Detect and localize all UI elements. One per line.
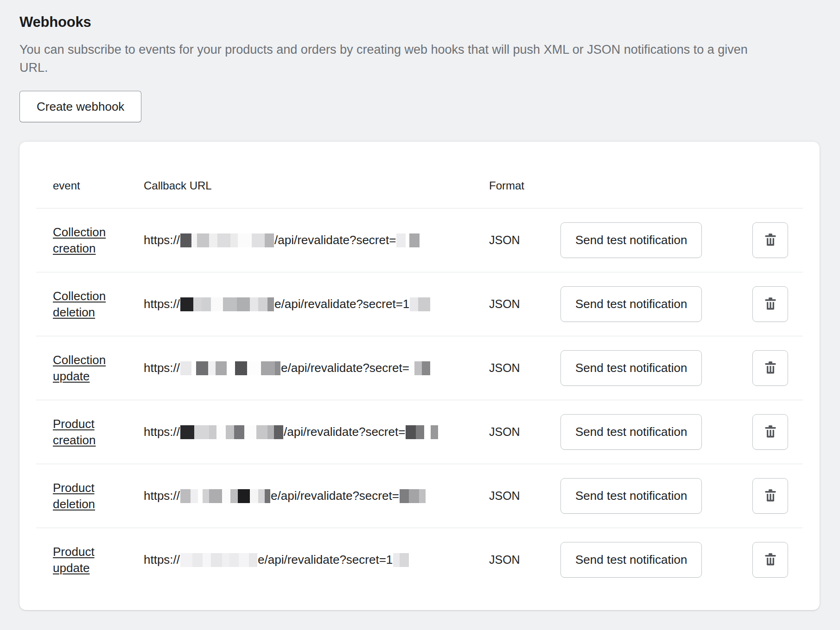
redacted-block bbox=[400, 489, 409, 503]
webhook-table-row: Collectioncreation https:///api/revalida… bbox=[36, 208, 803, 272]
send-test-cell: Send test notification bbox=[560, 414, 752, 450]
event-cell: Productdeletion bbox=[36, 480, 144, 512]
redacted-block bbox=[209, 489, 222, 503]
event-cell: Collectioncreation bbox=[36, 224, 144, 257]
delete-webhook-button[interactable] bbox=[752, 542, 788, 578]
trash-icon bbox=[763, 360, 778, 376]
create-webhook-button[interactable]: Create webhook bbox=[19, 91, 141, 122]
url-redaction-2 bbox=[410, 361, 430, 375]
redacted-block bbox=[406, 425, 416, 439]
redacted-block bbox=[414, 361, 422, 375]
callback-url-cell: https://e/api/revalidate?secret= bbox=[144, 361, 489, 375]
event-link-line2: creation bbox=[53, 241, 96, 255]
redacted-block bbox=[419, 489, 426, 503]
url-prefix: https:// bbox=[144, 297, 180, 311]
redacted-block bbox=[192, 553, 203, 567]
delete-cell bbox=[752, 414, 803, 450]
send-test-notification-button[interactable]: Send test notification bbox=[560, 478, 702, 514]
event-link[interactable]: Productdeletion bbox=[53, 480, 95, 512]
redacted-block bbox=[234, 425, 244, 439]
redacted-block bbox=[209, 233, 217, 247]
redacted-block bbox=[209, 425, 216, 439]
redacted-block bbox=[202, 297, 211, 311]
webhook-table-row: Collectionupdate https://e/api/revalidat… bbox=[36, 336, 803, 400]
format-cell: JSON bbox=[489, 361, 560, 375]
send-test-notification-button[interactable]: Send test notification bbox=[560, 414, 702, 450]
format-cell: JSON bbox=[489, 553, 560, 567]
url-redaction-1 bbox=[180, 489, 270, 503]
redacted-block bbox=[400, 553, 409, 567]
url-suffix: /api/revalidate?secret= bbox=[284, 425, 405, 439]
redacted-block bbox=[191, 233, 197, 247]
event-link[interactable]: Collectionupdate bbox=[53, 352, 106, 384]
trash-icon bbox=[763, 488, 778, 504]
page-description: You can subscribe to events for your pro… bbox=[19, 41, 768, 77]
url-redaction-2 bbox=[400, 489, 426, 503]
redacted-block bbox=[409, 489, 419, 503]
send-test-cell: Send test notification bbox=[560, 222, 752, 258]
redacted-block bbox=[275, 361, 280, 375]
delete-webhook-button[interactable] bbox=[752, 414, 788, 450]
format-cell: JSON bbox=[489, 297, 560, 311]
send-test-notification-button[interactable]: Send test notification bbox=[560, 286, 702, 322]
redacted-block bbox=[424, 425, 431, 439]
redacted-block bbox=[191, 489, 198, 503]
send-test-notification-button[interactable]: Send test notification bbox=[560, 542, 702, 578]
redacted-block bbox=[197, 233, 209, 247]
redacted-block bbox=[180, 425, 194, 439]
delete-cell bbox=[752, 478, 803, 514]
callback-url-cell: https://e/api/revalidate?secret=1 bbox=[144, 553, 489, 567]
redacted-block bbox=[217, 233, 230, 247]
event-link-line1: Product bbox=[53, 545, 95, 559]
redacted-block bbox=[203, 489, 209, 503]
send-test-cell: Send test notification bbox=[560, 542, 752, 578]
url-prefix: https:// bbox=[144, 425, 180, 439]
webhook-table-row: Productcreation https:///api/revalidate?… bbox=[36, 400, 803, 464]
event-link[interactable]: Productupdate bbox=[53, 544, 95, 576]
redacted-block bbox=[211, 297, 223, 311]
webhook-table-row: Collectiondeletion https://e/api/revalid… bbox=[36, 272, 803, 336]
redacted-block bbox=[239, 553, 249, 567]
delete-webhook-button[interactable] bbox=[752, 478, 788, 514]
event-link[interactable]: Productcreation bbox=[53, 416, 96, 448]
format-cell: JSON bbox=[489, 489, 560, 503]
callback-url-cell: https://e/api/revalidate?secret= bbox=[144, 489, 489, 503]
send-test-notification-button[interactable]: Send test notification bbox=[560, 350, 702, 386]
redacted-block bbox=[238, 489, 250, 503]
trash-icon bbox=[763, 296, 778, 312]
column-header-format: Format bbox=[489, 179, 560, 192]
redacted-block bbox=[416, 425, 424, 439]
delete-webhook-button[interactable] bbox=[752, 222, 788, 258]
redacted-block bbox=[196, 361, 208, 375]
event-link[interactable]: Collectiondeletion bbox=[53, 288, 106, 321]
column-header-callback-url: Callback URL bbox=[144, 179, 489, 192]
redacted-block bbox=[418, 297, 430, 311]
url-redaction-2 bbox=[393, 553, 409, 567]
delete-webhook-button[interactable] bbox=[752, 286, 788, 322]
redacted-block bbox=[258, 489, 265, 503]
event-link-line1: Collection bbox=[53, 225, 106, 239]
url-redaction-2 bbox=[396, 233, 420, 247]
delete-webhook-button[interactable] bbox=[752, 350, 788, 386]
redacted-block bbox=[249, 553, 257, 567]
url-redaction-1 bbox=[180, 233, 274, 247]
url-suffix: e/api/revalidate?secret=1 bbox=[274, 297, 409, 311]
redacted-block bbox=[247, 361, 261, 375]
event-link-line1: Collection bbox=[53, 353, 106, 367]
redacted-block bbox=[223, 297, 237, 311]
event-cell: Productcreation bbox=[36, 416, 144, 448]
format-cell: JSON bbox=[489, 233, 560, 247]
redacted-block bbox=[211, 553, 222, 567]
event-cell: Collectiondeletion bbox=[36, 288, 144, 321]
url-redaction-1 bbox=[180, 297, 274, 311]
redacted-block bbox=[431, 425, 438, 439]
delete-cell bbox=[752, 542, 803, 578]
send-test-notification-button[interactable]: Send test notification bbox=[560, 222, 702, 258]
url-redaction-1 bbox=[180, 425, 283, 439]
url-suffix: e/api/revalidate?secret= bbox=[271, 489, 399, 503]
callback-url-cell: https:///api/revalidate?secret= bbox=[144, 425, 489, 439]
event-link[interactable]: Collectioncreation bbox=[53, 224, 106, 257]
delete-cell bbox=[752, 286, 803, 322]
redacted-block bbox=[180, 553, 192, 567]
redacted-block bbox=[261, 361, 275, 375]
